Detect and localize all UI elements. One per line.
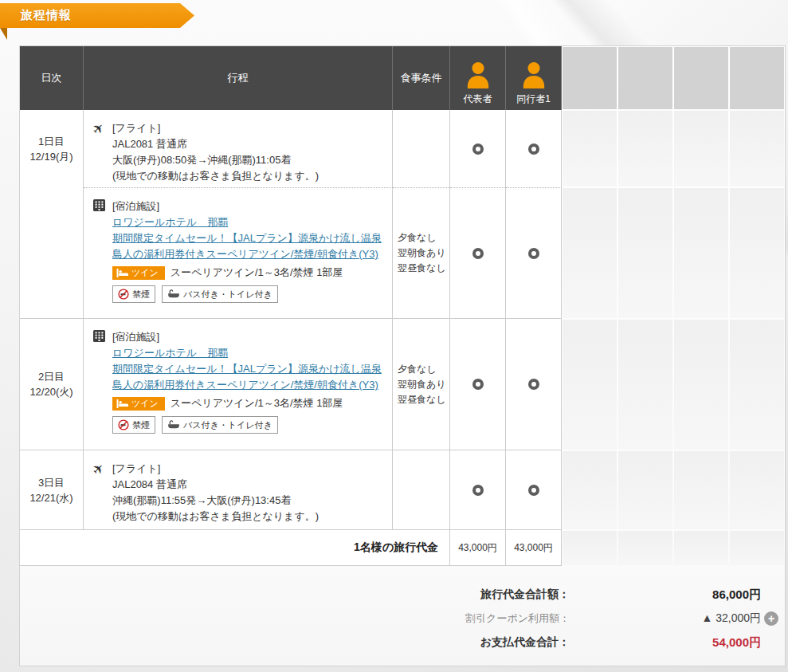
col-header-representative: 代表者 [450, 46, 506, 110]
companion1-mark [506, 450, 562, 530]
payment-total-row: お支払代金合計： 54,000円 [20, 631, 785, 654]
hotel-name-link[interactable]: ロワジールホテル 那覇 [112, 216, 228, 228]
segment-flight-outbound: ✈ [フライト] JAL2081 普通席 大阪(伊丹)08:50発→沖縄(那覇)… [84, 110, 393, 187]
flight-note: (現地での移動はお客さま負担となります。) [112, 168, 386, 184]
meal-cell: 夕食なし 翌朝食あり 翌昼食なし [393, 187, 450, 319]
placeholder-cell [730, 531, 784, 565]
bed-icon [116, 269, 128, 277]
segment-tag: [宿泊施設] [112, 198, 386, 214]
circle-mark-icon [528, 485, 539, 496]
twin-badge: ツイン [112, 397, 165, 411]
circle-mark-icon [528, 248, 539, 259]
coupon-row: 割引クーポン利用額： ▲ 32,000円 + [20, 607, 785, 631]
placeholder-cell [674, 531, 728, 565]
placeholder-cell [730, 451, 784, 529]
segment-tag: [フライト] [112, 120, 386, 136]
representative-mark [450, 110, 506, 187]
flight-route: 大阪(伊丹)08:50発→沖縄(那覇)11:05着 [112, 152, 386, 168]
flight-number: JAL2081 普通席 [112, 136, 386, 152]
payment-total-value: 54,000円 [570, 635, 761, 650]
bathtub-icon [167, 420, 180, 430]
hotel-name-link[interactable]: ロワジールホテル 那覇 [112, 347, 228, 359]
flight-icon: ✈ [93, 120, 112, 181]
circle-mark-icon [472, 379, 484, 390]
meal-cell [393, 450, 450, 530]
meal-cell [393, 110, 450, 187]
placeholder-cell [730, 320, 784, 450]
col-header-meal: 食事条件 [393, 46, 450, 110]
coupon-label: 割引クーポン利用額： [465, 611, 570, 626]
placeholder-cell [563, 320, 617, 450]
representative-label: 代表者 [464, 92, 492, 106]
companion1-mark [506, 187, 562, 319]
twin-badge: ツイン [112, 266, 165, 280]
col-header-itinerary: 行程 [84, 46, 393, 110]
placeholder-cell [563, 111, 617, 187]
flight-route: 沖縄(那覇)11:55発→大阪(伊丹)13:45着 [112, 493, 386, 509]
hotel-building-icon [93, 329, 112, 443]
no-smoking-badge: 禁煙 [112, 416, 155, 434]
section-ribbon: 旅程情報 [0, 3, 194, 28]
bath-toilet-badge: バス付き・トイレ付き [162, 285, 278, 303]
placeholder-cell [730, 111, 784, 187]
no-smoking-badge: 禁煙 [112, 285, 155, 303]
room-description: スーペリアツイン/1～3名/禁煙 1部屋 [171, 395, 343, 411]
day-date: 12/21(水) [20, 490, 83, 505]
hotel-building-icon [93, 198, 112, 312]
col-header-day: 日次 [20, 46, 84, 110]
no-smoking-icon [118, 419, 129, 430]
day-number: 2日目 [20, 369, 83, 384]
placeholder-cell [563, 451, 617, 529]
representative-mark [450, 450, 506, 530]
placeholder-cell [563, 188, 617, 318]
placeholder-cell [563, 47, 617, 109]
itinerary-page: { "banner": { "title": "旅程情報" }, "colors… [0, 0, 788, 672]
day-date: 12/19(月) [20, 149, 83, 164]
total-amount-value: 86,000円 [570, 588, 761, 603]
flight-icon: ✈ [93, 461, 112, 523]
placeholder-cell [618, 531, 672, 565]
itinerary-table: 日次 行程 食事条件 代表者 同行者1 1日目 12/19(月) [20, 46, 785, 566]
segment-tag: [フライト] [112, 461, 386, 477]
hotel-plan-link[interactable]: 期間限定タイムセール！【JALプラン】源泉かけ流し温泉島人の湯利用券付きスーペリ… [112, 363, 382, 391]
no-smoking-icon [118, 289, 129, 300]
placeholder-cell [674, 188, 728, 318]
expand-coupon-icon[interactable]: + [764, 611, 778, 626]
placeholder-cell [674, 47, 728, 109]
companion1-label: 同行者1 [516, 92, 551, 106]
companion1-mark [506, 319, 562, 450]
segment-tag: [宿泊施設] [112, 329, 386, 345]
placeholder-cell [618, 188, 672, 318]
totals-section: 旅行代金合計額： 86,000円 割引クーポン利用額： ▲ 32,000円 + … [20, 566, 785, 654]
representative-mark [450, 319, 506, 450]
placeholder-cell [674, 320, 728, 450]
flight-number: JAL2084 普通席 [112, 477, 386, 493]
section-title: 旅程情報 [21, 8, 72, 23]
placeholder-cell [618, 451, 672, 529]
person-icon [521, 61, 547, 91]
price-companion1: 43,000円 [506, 530, 562, 566]
payment-total-label: お支払代金合計： [480, 635, 570, 650]
day-cell-1: 1日目 12/19(月) [20, 110, 84, 319]
bathtub-icon [167, 289, 180, 299]
placeholder-cell [674, 451, 728, 529]
day-cell-2: 2日目 12/20(火) [20, 319, 84, 450]
placeholder-cell [618, 320, 672, 450]
itinerary-panel: 日次 行程 食事条件 代表者 同行者1 1日目 12/19(月) [19, 45, 786, 666]
price-per-person-label: 1名様の旅行代金 [20, 530, 450, 566]
coupon-value: ▲ 32,000円 [570, 611, 761, 626]
hotel-plan-link[interactable]: 期間限定タイムセール！【JALプラン】源泉かけ流し温泉島人の湯利用券付きスーペリ… [112, 232, 382, 260]
segment-hotel-night2: [宿泊施設] ロワジールホテル 那覇 期間限定タイムセール！【JALプラン】源泉… [84, 319, 393, 450]
placeholder-cell [618, 111, 672, 187]
day-number: 3日目 [20, 475, 83, 490]
bath-toilet-badge: バス付き・トイレ付き [162, 416, 278, 434]
day-cell-3: 3日目 12/21(水) [20, 450, 84, 530]
price-representative: 43,000円 [450, 530, 506, 566]
circle-mark-icon [528, 143, 539, 155]
day-date: 12/20(火) [20, 384, 83, 399]
room-description: スーペリアツイン/1～3名/禁煙 1部屋 [171, 265, 343, 281]
placeholder-cell [674, 111, 728, 187]
placeholder-cell [618, 47, 672, 109]
total-amount-label: 旅行代金合計額： [480, 588, 570, 602]
circle-mark-icon [528, 379, 539, 390]
